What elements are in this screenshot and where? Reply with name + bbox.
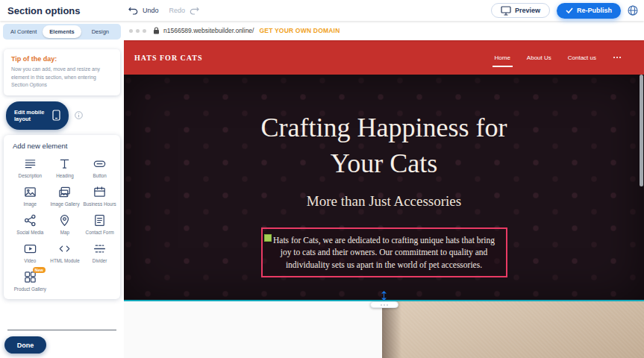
republish-button[interactable]: Re-Publish bbox=[557, 3, 621, 19]
button-icon bbox=[93, 157, 107, 171]
nav-item-about-us[interactable]: About Us bbox=[527, 54, 551, 61]
globe-icon[interactable] bbox=[628, 5, 638, 16]
website-canvas: HATS FOR CATS Home About Us Contact us C… bbox=[124, 40, 644, 358]
site-nav: Home About Us Contact us bbox=[495, 54, 622, 61]
tab-ai-content[interactable]: AI Content bbox=[4, 25, 43, 38]
site-header: HATS FOR CATS Home About Us Contact us bbox=[124, 40, 644, 75]
redo-icon[interactable] bbox=[190, 7, 199, 15]
check-icon bbox=[566, 7, 573, 13]
undo-icon[interactable] bbox=[128, 7, 138, 15]
image-gallery-icon bbox=[57, 185, 72, 199]
element-html-module[interactable]: HTML Module bbox=[48, 238, 83, 266]
nav-more-icon[interactable] bbox=[613, 56, 622, 59]
page-scrollbar-thumb[interactable] bbox=[640, 75, 643, 186]
section-resize-handle[interactable] bbox=[370, 291, 398, 308]
sidebar-divider bbox=[7, 330, 116, 330]
topbar: Section options Undo Redo Preview Re-Pub… bbox=[0, 0, 644, 21]
heading-icon bbox=[57, 157, 72, 171]
window-dot bbox=[136, 29, 140, 33]
element-grid: Description Heading Button Image Image G… bbox=[13, 153, 117, 295]
tab-elements[interactable]: Elements bbox=[43, 25, 81, 38]
hero-paragraph: Hats for Cats, we are dedicated to craft… bbox=[273, 236, 495, 269]
element-map[interactable]: Map bbox=[48, 210, 83, 238]
hero-heading[interactable]: Crafting Happiness for Your Cats bbox=[124, 75, 644, 181]
divider-icon bbox=[93, 242, 107, 256]
window-dot bbox=[143, 29, 146, 33]
element-social-media[interactable]: Social Media bbox=[13, 210, 48, 238]
phone-icon bbox=[52, 110, 60, 121]
topbar-actions: Preview Re-Publish bbox=[491, 3, 638, 19]
tip-body: Now you can add, move and resize any ele… bbox=[11, 66, 113, 90]
product-gallery-icon: New bbox=[23, 270, 37, 284]
tip-title: Tip of the day: bbox=[11, 55, 113, 63]
get-own-domain-link[interactable]: GET YOUR OWN DOMAIN bbox=[259, 27, 340, 34]
info-icon[interactable] bbox=[75, 111, 83, 119]
hero-paragraph-box[interactable]: Hats for Cats, we are dedicated to craft… bbox=[261, 227, 507, 277]
hero-subheading[interactable]: More than Just Accessories bbox=[124, 193, 644, 210]
nav-item-contact-us[interactable]: Contact us bbox=[568, 54, 596, 61]
nav-item-home[interactable]: Home bbox=[495, 54, 510, 61]
add-new-element-panel: Add new element Description Heading Butt… bbox=[4, 135, 120, 300]
done-button[interactable]: Done bbox=[4, 336, 46, 354]
page-title: Section options bbox=[7, 5, 81, 16]
site-logo[interactable]: HATS FOR CATS bbox=[134, 54, 203, 62]
next-section-carpet-image bbox=[382, 301, 644, 358]
element-business-hours[interactable]: Business Hours bbox=[82, 181, 117, 210]
element-description[interactable]: Description bbox=[13, 153, 48, 181]
preview-button[interactable]: Preview bbox=[491, 3, 550, 18]
social-media-icon bbox=[23, 213, 37, 227]
next-section[interactable] bbox=[124, 301, 644, 358]
sidebar-tabs: AI Content Elements Design bbox=[3, 24, 121, 40]
panel-title: Add new element bbox=[13, 142, 117, 150]
resize-arrows-icon bbox=[381, 291, 387, 301]
business-hours-icon bbox=[93, 185, 107, 199]
redo-button[interactable]: Redo bbox=[169, 7, 186, 14]
image-icon bbox=[23, 185, 37, 199]
site-url[interactable]: n1566589.websitebuilder.online/ bbox=[163, 27, 254, 34]
sidebar: AI Content Elements Design Tip of the da… bbox=[0, 21, 124, 358]
monitor-icon bbox=[501, 6, 511, 16]
element-selection-handle[interactable] bbox=[264, 234, 272, 242]
element-button[interactable]: Button bbox=[82, 153, 117, 181]
undo-button[interactable]: Undo bbox=[143, 7, 159, 14]
code-icon bbox=[57, 242, 72, 256]
tab-design[interactable]: Design bbox=[81, 25, 119, 38]
edit-mobile-layout-button[interactable]: Edit mobile layout bbox=[6, 101, 69, 130]
window-controls bbox=[129, 29, 146, 33]
element-image-gallery[interactable]: Image Gallery bbox=[48, 181, 83, 210]
history-controls: Undo Redo bbox=[128, 0, 199, 21]
element-divider[interactable]: Divider bbox=[82, 238, 117, 266]
next-section-blank bbox=[124, 301, 382, 358]
description-icon bbox=[23, 157, 37, 171]
hero-section[interactable]: Crafting Happiness for Your Cats More th… bbox=[124, 75, 644, 301]
element-heading[interactable]: Heading bbox=[48, 153, 83, 181]
window-dot bbox=[129, 29, 133, 33]
element-image[interactable]: Image bbox=[13, 181, 48, 210]
element-contact-form[interactable]: Contact Form bbox=[82, 210, 117, 238]
element-video[interactable]: Video bbox=[13, 238, 48, 266]
browser-bar: n1566589.websitebuilder.online/ GET YOUR… bbox=[124, 21, 644, 40]
site-preview-area: n1566589.websitebuilder.online/ GET YOUR… bbox=[124, 21, 644, 358]
lock-icon bbox=[153, 27, 160, 34]
new-badge: New bbox=[33, 267, 46, 273]
video-icon bbox=[23, 242, 37, 256]
element-product-gallery[interactable]: New Product Gallery bbox=[13, 266, 48, 295]
section-drag-grip[interactable] bbox=[370, 301, 398, 308]
tip-of-the-day-card: Tip of the day: Now you can add, move an… bbox=[4, 49, 120, 95]
map-pin-icon bbox=[57, 213, 72, 227]
contact-form-icon bbox=[93, 213, 107, 227]
